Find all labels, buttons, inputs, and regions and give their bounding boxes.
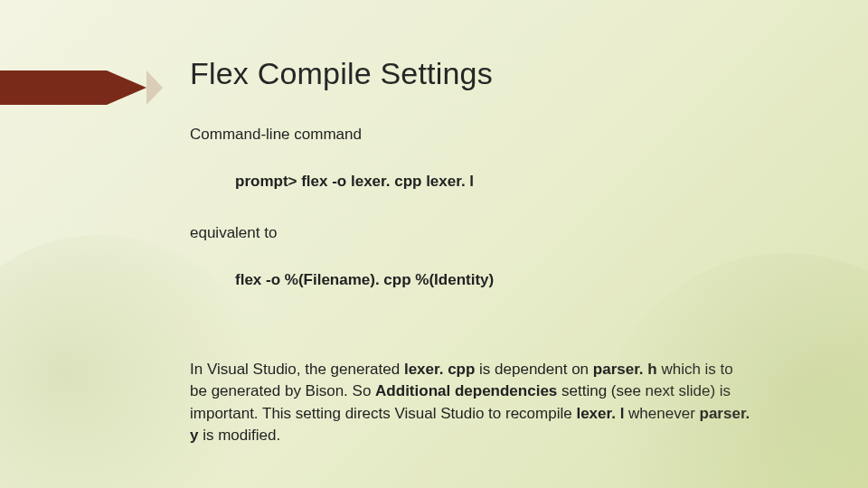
body-line-1: Command-line command [190,124,760,146]
para-bold-2: parser. h [593,361,657,378]
ribbon-outline [107,70,170,105]
ribbon-outline-tip [146,70,163,105]
para-bold-4: lexer. l [576,405,624,422]
ribbon-bar [0,70,107,105]
para-text-2: is dependent on [475,361,592,378]
para-bold-3: Additional dependencies [375,382,557,399]
para-text-1: In Visual Studio, the generated [190,361,404,378]
para-text-6: is modified. [198,427,280,444]
paragraph: In Visual Studio, the generated lexer. c… [190,359,750,448]
command-1: prompt> flex -o lexer. cpp lexer. l [235,171,760,193]
page-title: Flex Compile Settings [190,56,760,91]
para-bold-1: lexer. cpp [404,361,475,378]
command-2: flex -o %(Filename). cpp %(Identity) [235,269,760,292]
para-text-5: whenever [624,405,699,422]
slide-content: Flex Compile Settings Command-line comma… [190,56,760,463]
body-line-2: equivalent to [190,222,760,245]
slide: Flex Compile Settings Command-line comma… [0,0,868,488]
